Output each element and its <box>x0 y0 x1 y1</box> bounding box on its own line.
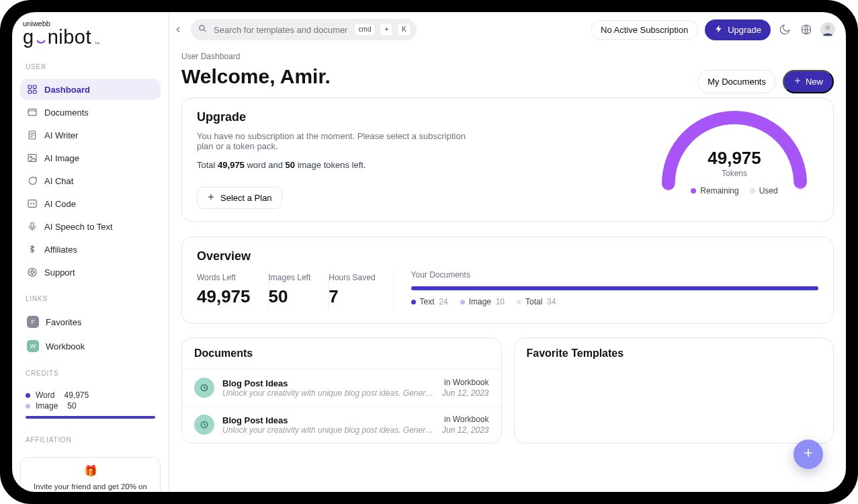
sidebar: uniwebb g nibot ™ USER DashboardDocument… <box>12 12 169 492</box>
credit-row: Image50 <box>26 401 155 411</box>
plus-icon <box>802 447 814 462</box>
sidebar-section-user: USER <box>20 56 161 73</box>
sidebar-item-documents[interactable]: Documents <box>20 101 161 123</box>
document-subtitle: Unlock your creativity with unique blog … <box>222 388 434 398</box>
favorites-title: Favorite Templates <box>515 338 834 369</box>
brand-tm: ™ <box>94 41 99 47</box>
svg-rect-8 <box>28 200 36 208</box>
dot-icon <box>26 393 30 398</box>
sidebar-item-label: AI Chat <box>44 176 73 186</box>
stat-words-left: Words Left 49,975 <box>197 270 269 311</box>
svg-point-12 <box>200 26 204 30</box>
content: User Dashboard Welcome, Amir. My Documen… <box>169 48 846 456</box>
no-subscription-pill[interactable]: No Active Subscription <box>591 20 698 40</box>
document-row[interactable]: Blog Post Ideas Unlock your creativity w… <box>182 406 501 443</box>
sidebar-item-label: Affiliates <box>44 245 77 255</box>
svg-point-7 <box>30 156 32 158</box>
sidebar-section-affiliation: AFFILIATION <box>20 429 161 446</box>
legend-value: 34 <box>547 297 556 306</box>
upgrade-button[interactable]: Upgrade <box>705 19 771 40</box>
code-icon <box>27 198 38 209</box>
document-icon <box>194 415 214 435</box>
document-icon <box>194 378 214 398</box>
document-date: Jun 12, 2023 <box>442 425 488 435</box>
plus-icon <box>793 77 802 87</box>
select-plan-label: Select a Plan <box>220 193 272 203</box>
sidebar-item-support[interactable]: Support <box>20 261 161 283</box>
breadcrumb: User Dashboard <box>181 52 834 61</box>
badge-icon: W <box>27 340 39 352</box>
favorites-panel: Favorite Templates <box>514 337 834 444</box>
globe-icon[interactable] <box>799 22 814 37</box>
dot-icon <box>411 300 416 304</box>
legend-item: Image 10 <box>460 297 505 306</box>
bolt-icon <box>714 24 724 36</box>
overview-title: Overview <box>197 249 818 263</box>
sidebar-item-ai-code[interactable]: AI Code <box>20 193 161 214</box>
sidebar-item-affiliates[interactable]: Affiliates <box>20 239 161 260</box>
nav-user: DashboardDocumentsAI WriterAI ImageAI Ch… <box>20 79 161 283</box>
inbox-icon <box>27 107 38 118</box>
document-meta: in Workbook <box>442 378 488 387</box>
sidebar-item-ai-chat[interactable]: AI Chat <box>20 170 161 192</box>
svg-rect-6 <box>28 155 36 162</box>
brand-name-before: g <box>23 28 34 47</box>
document-subtitle: Unlock your creativity with unique blog … <box>222 425 434 435</box>
nav-links: FFavoritesWWorkbook <box>20 310 161 358</box>
document-title: Blog Post Ideas <box>222 415 434 425</box>
upgrade-title: Upgrade <box>197 110 634 124</box>
document-meta: in Workbook <box>442 415 488 424</box>
grid-icon <box>27 84 38 95</box>
svg-rect-0 <box>28 85 32 89</box>
search-input[interactable] <box>212 24 349 36</box>
legend-label: Total <box>525 297 542 306</box>
gauge-value: 49,975 <box>650 148 818 169</box>
sidebar-item-ai-writer[interactable]: AI Writer <box>20 124 161 146</box>
dot-icon <box>460 300 465 304</box>
sidebar-item-label: Documents <box>44 108 89 118</box>
dollar-icon <box>27 244 38 255</box>
smile-icon <box>36 36 46 47</box>
back-button[interactable] <box>171 22 185 37</box>
my-documents-button[interactable]: My Documents <box>697 70 776 93</box>
documents-bar <box>411 286 818 290</box>
svg-point-15 <box>825 26 830 30</box>
document-title: Blog Post Ideas <box>222 378 434 388</box>
search-field[interactable]: cmd+K <box>191 19 417 40</box>
your-documents: Your Documents Text 24Image 10Total 34 <box>394 270 818 311</box>
credit-value: 50 <box>67 401 76 411</box>
upgrade-card: Upgrade You have no subscription at the … <box>181 97 834 222</box>
overview-card: Overview Words Left 49,975 Images Left 5… <box>181 237 834 324</box>
sidebar-item-ai-speech[interactable]: AI Speech to Text <box>20 216 161 237</box>
select-plan-button[interactable]: Select a Plan <box>197 187 282 209</box>
legend-label: Text <box>420 297 435 306</box>
chat-icon <box>27 175 38 186</box>
document-row[interactable]: Blog Post Ideas Unlock your creativity w… <box>182 369 501 406</box>
fab-new[interactable] <box>793 439 823 469</box>
sidebar-link-favorites[interactable]: FFavorites <box>20 310 161 333</box>
badge-icon: F <box>27 316 39 328</box>
new-label: New <box>806 77 823 87</box>
mic-icon <box>27 221 38 232</box>
sidebar-item-label: AI Writer <box>44 130 78 140</box>
sidebar-item-label: Dashboard <box>44 85 90 95</box>
credits: Word49,975Image50 <box>20 385 161 424</box>
upgrade-label: Upgrade <box>728 25 761 35</box>
dot-icon <box>517 300 521 304</box>
main: cmd+K No Active Subscription Upgrade <box>169 12 846 492</box>
sidebar-item-dashboard[interactable]: Dashboard <box>20 79 161 100</box>
svg-rect-4 <box>28 109 36 115</box>
sidebar-item-label: Support <box>44 267 75 278</box>
image-icon <box>27 153 38 163</box>
brand-name-after: nibot <box>48 28 91 47</box>
theme-toggle[interactable] <box>777 22 792 37</box>
avatar[interactable] <box>820 22 835 37</box>
lifebuoy-icon <box>27 267 38 278</box>
tokens-gauge: 49,975 Tokens Remaining Used <box>650 110 818 196</box>
sidebar-link-workbook[interactable]: WWorkbook <box>20 335 161 358</box>
sidebar-item-ai-image[interactable]: AI Image <box>20 147 161 169</box>
note-icon <box>27 130 38 140</box>
new-button[interactable]: New <box>783 70 834 93</box>
plus-icon <box>207 193 215 203</box>
gift-icon: 🎁 <box>28 464 153 477</box>
